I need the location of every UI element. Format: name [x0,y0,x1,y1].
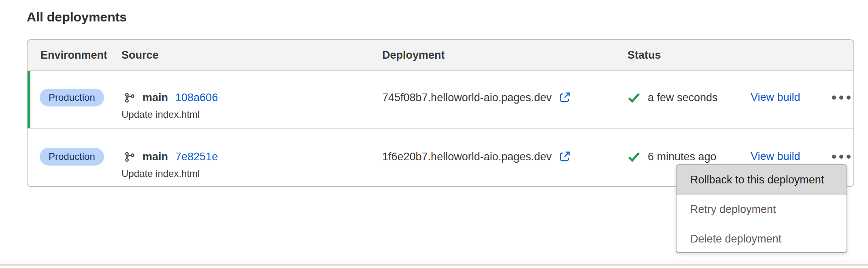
more-actions-button[interactable] [826,89,857,106]
column-header-source: Source [121,49,159,62]
git-branch-icon [124,151,135,162]
deployments-page: All deployments Environment Source Deplo… [0,0,868,268]
column-header-environment: Environment [40,49,107,62]
environment-badge: Production [40,148,104,166]
more-actions-button[interactable] [826,148,857,166]
ellipsis-icon [832,96,836,100]
page-title: All deployments [27,10,127,25]
git-branch-icon [124,92,135,103]
source-cell: main 108a606 [124,91,218,104]
status-text: a few seconds [648,91,718,104]
deployment-actions-menu: Rollback to this deployment Retry deploy… [676,164,847,253]
view-build-link[interactable]: View build [751,91,800,104]
table-row: Production main 108a606 Update index.htm… [28,71,853,129]
deployment-url: 1f6e20b7.helloworld-aio.pages.dev [382,151,552,163]
menu-item-rollback[interactable]: Rollback to this deployment [677,165,847,195]
column-header-status: Status [628,49,661,62]
commit-link[interactable]: 7e8251e [175,151,218,163]
check-icon [628,92,640,103]
check-icon [628,151,640,162]
status-text: 6 minutes ago [648,151,717,163]
view-build-link[interactable]: View build [751,150,800,163]
page-bottom-divider [0,264,868,266]
current-deployment-indicator [28,71,30,128]
menu-item-delete[interactable]: Delete deployment [677,224,847,253]
branch-name: main [143,151,168,163]
table-header-row: Environment Source Deployment Status [28,40,853,71]
deployment-url: 745f08b7.helloworld-aio.pages.dev [382,91,552,104]
branch-name: main [143,91,168,104]
environment-badge: Production [40,89,104,106]
deployment-cell: 1f6e20b7.helloworld-aio.pages.dev [382,151,571,163]
external-link-icon[interactable] [558,91,571,104]
external-link-icon[interactable] [558,151,571,163]
commit-link[interactable]: 108a606 [175,91,218,104]
column-header-deployment: Deployment [382,49,445,62]
commit-message: Update index.html [121,109,200,120]
deployment-cell: 745f08b7.helloworld-aio.pages.dev [382,91,571,104]
source-cell: main 7e8251e [124,151,218,163]
page-bottom-band [0,260,868,264]
menu-item-retry[interactable]: Retry deployment [677,195,847,224]
commit-message: Update index.html [121,168,200,179]
status-cell: 6 minutes ago [628,151,717,163]
status-cell: a few seconds [628,91,718,104]
ellipsis-icon [832,155,836,159]
